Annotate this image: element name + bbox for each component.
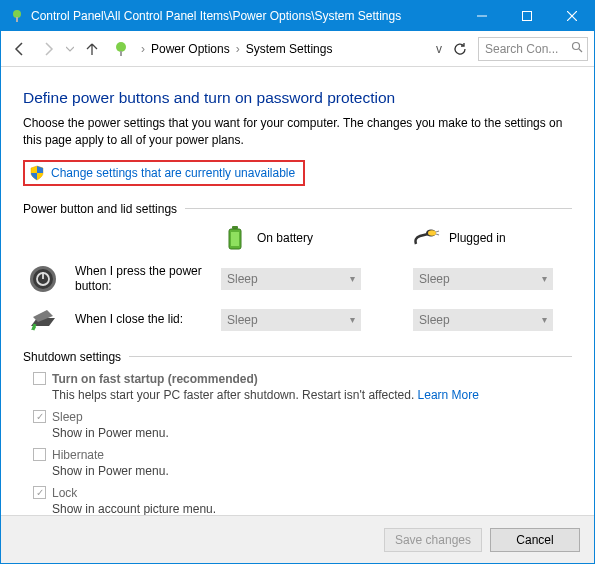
checkbox-label: Hibernate xyxy=(52,448,104,462)
select-value: Sleep xyxy=(227,272,258,286)
shutdown-sleep: ✓ Sleep Show in Power menu. xyxy=(33,410,572,440)
power-grid: On battery Plugged in When I press the p… xyxy=(29,224,572,334)
shutdown-fast-startup: Turn on fast startup (recommended) This … xyxy=(33,372,572,402)
change-settings-link[interactable]: Change settings that are currently unava… xyxy=(51,166,295,180)
item-description: Show in account picture menu. xyxy=(52,502,572,515)
shutdown-hibernate: Hibernate Show in Power menu. xyxy=(33,448,572,478)
checkbox-label: Lock xyxy=(52,486,77,500)
recent-dropdown[interactable] xyxy=(63,36,77,62)
close-lid-battery-select[interactable]: Sleep ▾ xyxy=(221,309,361,331)
back-button[interactable] xyxy=(7,36,33,62)
search-box[interactable] xyxy=(478,37,588,61)
forward-button[interactable] xyxy=(35,36,61,62)
svg-line-16 xyxy=(436,234,439,235)
svg-point-0 xyxy=(13,10,21,18)
divider xyxy=(129,356,572,357)
learn-more-link[interactable]: Learn More xyxy=(418,388,479,402)
svg-rect-1 xyxy=(16,17,18,22)
app-icon xyxy=(9,8,25,24)
svg-point-6 xyxy=(116,42,126,52)
footer: Save changes Cancel xyxy=(1,515,594,563)
item-description: Show in Power menu. xyxy=(52,464,572,478)
minimize-button[interactable] xyxy=(459,1,504,31)
checkbox-sleep[interactable]: ✓ xyxy=(33,410,46,423)
checkbox-fast-startup[interactable] xyxy=(33,372,46,385)
lid-icon xyxy=(29,306,57,334)
window-title: Control Panel\All Control Panel Items\Po… xyxy=(31,9,459,23)
svg-rect-3 xyxy=(522,12,531,21)
checkbox-label: Turn on fast startup (recommended) xyxy=(52,372,258,386)
svg-point-14 xyxy=(428,230,436,236)
navbar: › Power Options › System Settings v xyxy=(1,31,594,67)
section-power-button-lid: Power button and lid settings xyxy=(23,202,572,216)
change-settings-link-highlighted[interactable]: Change settings that are currently unava… xyxy=(23,160,305,186)
breadcrumb[interactable]: › Power Options › System Settings v xyxy=(137,37,446,61)
cancel-button[interactable]: Cancel xyxy=(490,528,580,552)
chevron-down-icon: ▾ xyxy=(542,314,547,325)
row-close-lid-label: When I close the lid: xyxy=(75,312,215,327)
close-button[interactable] xyxy=(549,1,594,31)
chevron-down-icon[interactable]: v xyxy=(430,42,442,56)
svg-rect-12 xyxy=(231,232,239,246)
power-button-icon xyxy=(29,265,57,293)
chevron-right-icon: › xyxy=(141,42,145,56)
svg-line-9 xyxy=(579,49,582,52)
battery-icon xyxy=(221,224,249,252)
chevron-down-icon: ▾ xyxy=(350,314,355,325)
column-plugged-in: Plugged in xyxy=(413,224,563,252)
svg-rect-7 xyxy=(120,51,122,56)
close-lid-plugged-select[interactable]: Sleep ▾ xyxy=(413,309,553,331)
section-label: Power button and lid settings xyxy=(23,202,177,216)
checkbox-hibernate[interactable] xyxy=(33,448,46,461)
section-shutdown-settings: Shutdown settings xyxy=(23,350,572,364)
column-label: Plugged in xyxy=(449,231,506,245)
shutdown-lock: ✓ Lock Show in account picture menu. xyxy=(33,486,572,515)
crumb-power-options[interactable]: Power Options xyxy=(149,42,232,56)
shield-icon xyxy=(29,165,45,181)
row-power-button-label: When I press the power button: xyxy=(75,264,215,294)
plug-icon xyxy=(413,224,441,252)
svg-line-15 xyxy=(436,231,439,232)
checkbox-label: Sleep xyxy=(52,410,83,424)
select-value: Sleep xyxy=(227,313,258,327)
crumb-system-settings[interactable]: System Settings xyxy=(244,42,335,56)
window-controls xyxy=(459,1,594,31)
content-area: Define power buttons and turn on passwor… xyxy=(1,67,594,515)
chevron-right-icon: › xyxy=(236,42,240,56)
select-value: Sleep xyxy=(419,272,450,286)
column-on-battery: On battery xyxy=(221,224,381,252)
power-button-plugged-select[interactable]: Sleep ▾ xyxy=(413,268,553,290)
shutdown-list: Turn on fast startup (recommended) This … xyxy=(33,372,572,515)
search-icon xyxy=(571,41,583,56)
item-description: Show in Power menu. xyxy=(52,426,572,440)
svg-point-8 xyxy=(573,43,580,50)
divider xyxy=(185,208,572,209)
chevron-down-icon: ▾ xyxy=(542,273,547,284)
location-icon xyxy=(111,39,131,59)
maximize-button[interactable] xyxy=(504,1,549,31)
column-label: On battery xyxy=(257,231,313,245)
item-description: This helps start your PC faster after sh… xyxy=(52,388,572,402)
save-changes-button[interactable]: Save changes xyxy=(384,528,482,552)
up-button[interactable] xyxy=(79,36,105,62)
checkbox-lock[interactable]: ✓ xyxy=(33,486,46,499)
search-input[interactable] xyxy=(483,41,567,57)
titlebar: Control Panel\All Control Panel Items\Po… xyxy=(1,1,594,31)
select-value: Sleep xyxy=(419,313,450,327)
page-intro: Choose the power settings that you want … xyxy=(23,115,572,150)
chevron-down-icon: ▾ xyxy=(350,273,355,284)
power-button-battery-select[interactable]: Sleep ▾ xyxy=(221,268,361,290)
page-title: Define power buttons and turn on passwor… xyxy=(23,89,572,107)
refresh-button[interactable] xyxy=(448,37,472,61)
window-frame: Control Panel\All Control Panel Items\Po… xyxy=(0,0,595,564)
section-label: Shutdown settings xyxy=(23,350,121,364)
